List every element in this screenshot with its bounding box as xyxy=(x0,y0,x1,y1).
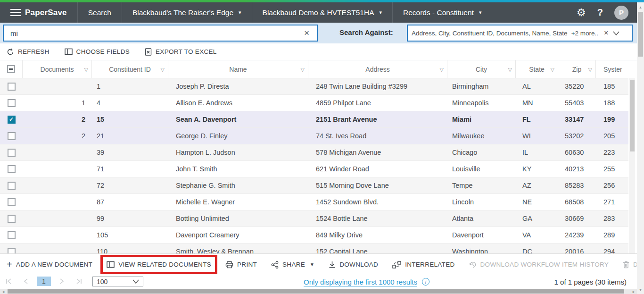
page-scrollbar-thumb[interactable] xyxy=(638,12,643,57)
plus-icon: + xyxy=(7,260,12,269)
row-checkbox[interactable] xyxy=(8,83,16,91)
filter-icon[interactable]: ▽ xyxy=(301,66,305,72)
hamburger-menu-icon[interactable] xyxy=(10,9,21,17)
column-header-documents[interactable]: Documents ▽ xyxy=(23,60,92,78)
share-button[interactable]: SHARE ▼ xyxy=(271,261,314,269)
print-button[interactable]: PRINT xyxy=(225,261,257,269)
cell-address: 515 Morning Dove Lane xyxy=(308,182,447,189)
table-row[interactable]: 14Allison E. Andrews4859 Philpot LaneMin… xyxy=(0,95,628,111)
view-related-wrap: VIEW RELATED DOCUMENTS xyxy=(107,261,211,268)
download-button[interactable]: DOWNLOAD xyxy=(329,261,378,269)
records-dropdown[interactable]: Records - Constituent ▾ xyxy=(393,2,492,23)
cell-zip: 24239 xyxy=(558,231,596,239)
share-icon xyxy=(271,261,279,269)
table-row[interactable]: 221George D. Finley74 St. Ives RoadMilwa… xyxy=(0,128,628,144)
column-header-constituent-id[interactable]: Constituent ID ▽ xyxy=(92,60,168,78)
row-checkbox[interactable] xyxy=(8,215,16,223)
table-row[interactable]: 87Michelle E. Wagner1452 Sundown Blvd.Li… xyxy=(0,194,628,210)
chevron-down-icon: ▾ xyxy=(479,9,482,16)
environment-dropdown[interactable]: Blackbaud Demo & HVTEST51HA ▾ xyxy=(252,2,393,23)
row-checkbox[interactable] xyxy=(8,132,16,140)
column-header-address[interactable]: Address ▽ xyxy=(308,60,447,78)
column-header-system[interactable]: Syster xyxy=(596,60,628,78)
row-checkbox[interactable] xyxy=(8,231,16,239)
current-page-indicator[interactable]: 1 xyxy=(37,277,51,286)
column-header-city[interactable]: City ▽ xyxy=(447,60,516,78)
scroll-left-arrow-icon[interactable]: ◂ xyxy=(0,289,7,294)
row-checkbox[interactable] xyxy=(8,165,16,173)
row-checkbox[interactable] xyxy=(8,99,16,107)
table-row[interactable]: 110Smith, Wesley & Brennan152 Capital La… xyxy=(0,244,628,253)
table-row[interactable]: 39Hampton L. Judson578 Michigan AvenueCh… xyxy=(0,144,628,161)
last-page-button[interactable] xyxy=(73,277,85,286)
table-row[interactable]: 99Bottling Unlimited1524 Bottle LaneAtla… xyxy=(0,210,628,227)
cell-name: Sean A. Davenport xyxy=(168,116,308,123)
next-page-button[interactable] xyxy=(56,277,68,286)
previous-page-button[interactable] xyxy=(20,277,32,286)
filter-icon[interactable]: ▽ xyxy=(161,66,165,72)
chevron-down-icon[interactable] xyxy=(613,31,619,35)
add-new-document-button[interactable]: + ADD A NEW DOCUMENT xyxy=(7,260,92,269)
scroll-down-arrow-icon[interactable]: ▾ xyxy=(637,286,644,293)
row-checkbox[interactable] xyxy=(8,198,16,206)
column-header-state[interactable]: State ▽ xyxy=(516,60,558,78)
user-avatar[interactable]: P xyxy=(614,6,628,20)
search-against-more[interactable]: +2 more.. xyxy=(571,30,598,37)
cell-system: 188 xyxy=(596,99,628,107)
first-page-button[interactable] xyxy=(3,277,15,286)
row-checkbox-cell xyxy=(0,215,23,223)
row-checkbox[interactable] xyxy=(8,248,16,254)
scroll-right-arrow-icon[interactable]: ▸ xyxy=(630,289,637,294)
horizontal-scrollbar-thumb[interactable] xyxy=(8,289,624,294)
interrelated-button[interactable]: INTERRELATED xyxy=(392,261,454,269)
search-against-label: Search Against: xyxy=(339,28,393,36)
table-row[interactable]: 72Stephanie G. Smith515 Morning Dove Lan… xyxy=(0,177,628,194)
cell-system: 256 xyxy=(596,182,628,189)
select-all-checkbox[interactable] xyxy=(7,65,15,73)
column-header-name[interactable]: Name ▽ xyxy=(168,60,308,78)
chevron-down-icon: ▾ xyxy=(239,9,241,16)
info-icon[interactable]: i xyxy=(422,278,429,286)
column-header-zip[interactable]: Zip ▽ xyxy=(558,60,596,78)
row-checkbox[interactable] xyxy=(8,182,16,190)
export-to-excel-button[interactable]: EXPORT TO EXCEL xyxy=(145,48,217,56)
cell-state: IL xyxy=(516,149,558,156)
clear-search-icon[interactable]: × xyxy=(297,28,317,38)
cell-constituent-id: 99 xyxy=(92,215,168,222)
settings-gear-icon[interactable]: ⚙ xyxy=(577,8,586,18)
cell-name: Bottling Unlimited xyxy=(168,215,308,222)
search-against-dropdown[interactable]: Address, City, Constituent ID, Documents… xyxy=(407,25,633,42)
table-scrollbar-thumb[interactable] xyxy=(630,80,635,151)
horizontal-scrollbar[interactable]: ◂ ▸ xyxy=(0,289,637,294)
filter-icon[interactable]: ▽ xyxy=(440,66,444,72)
clear-fields-icon[interactable]: × xyxy=(604,29,608,37)
select-all-cell xyxy=(0,60,23,78)
filter-icon[interactable]: ▽ xyxy=(508,66,512,72)
page-size-select[interactable]: 100 xyxy=(92,277,143,286)
cell-address: 152 Capital Lane xyxy=(308,248,447,253)
database-dropdown[interactable]: Blackbaud's The Raiser's Edge ▾ xyxy=(122,2,252,23)
table-vertical-scrollbar[interactable] xyxy=(629,78,635,253)
table-row[interactable]: ✓215Sean A. Davenport2151 Brant AvenueMi… xyxy=(0,111,628,128)
filter-icon[interactable]: ▽ xyxy=(84,66,88,72)
tab-search-label: Search xyxy=(88,8,111,17)
table-row[interactable]: 71John T. Smith621 Winder RoadLouisville… xyxy=(0,161,628,177)
row-checkbox[interactable]: ✓ xyxy=(8,116,16,124)
table-row[interactable]: 1Joseph P. Diresta248 Twin Lane Building… xyxy=(0,78,628,95)
help-icon[interactable]: ? xyxy=(597,7,603,18)
filter-icon[interactable]: ▽ xyxy=(588,66,592,72)
view-related-documents-button[interactable]: VIEW RELATED DOCUMENTS xyxy=(107,261,211,268)
table-row[interactable]: 105Davenport Creamery849 Milky DriveDave… xyxy=(0,227,628,244)
cell-name: Smith, Wesley & Brennan xyxy=(168,248,308,253)
choose-fields-button[interactable]: CHOOSE FIELDS xyxy=(65,48,130,55)
tab-search[interactable]: Search xyxy=(78,2,122,23)
download-workflow-item-history-button[interactable]: DOWNLOAD WORKFLOW ITEM HISTORY xyxy=(469,261,609,269)
filter-icon[interactable]: ▽ xyxy=(551,66,554,72)
row-checkbox[interactable] xyxy=(8,149,16,157)
refresh-button[interactable]: REFRESH xyxy=(7,48,50,56)
page-vertical-scrollbar[interactable]: ▴ ▾ xyxy=(637,2,644,294)
results-limit-link[interactable]: Only displaying the first 1000 results xyxy=(304,278,417,286)
scroll-up-arrow-icon[interactable]: ▴ xyxy=(637,3,644,10)
share-label: SHARE xyxy=(282,261,305,268)
search-input[interactable] xyxy=(4,29,297,37)
